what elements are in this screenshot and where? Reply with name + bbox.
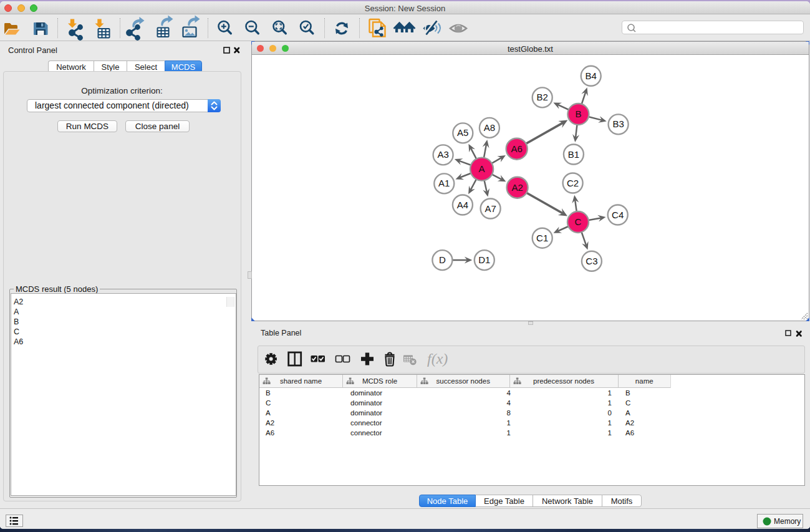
svg-text:B1: B1: [568, 148, 579, 159]
svg-text:A6: A6: [511, 143, 523, 153]
svg-text:D: D: [439, 254, 446, 265]
svg-text:D1: D1: [478, 254, 490, 265]
svg-text:A: A: [479, 163, 485, 174]
svg-text:A3: A3: [437, 149, 448, 160]
svg-text:C4: C4: [612, 209, 624, 220]
svg-text:A8: A8: [484, 122, 495, 132]
svg-text:C1: C1: [536, 232, 548, 243]
svg-text:B4: B4: [586, 70, 597, 80]
svg-text:B3: B3: [612, 118, 624, 129]
svg-text:A2: A2: [511, 181, 523, 192]
svg-text:A7: A7: [485, 203, 496, 213]
svg-text:C3: C3: [586, 255, 597, 266]
svg-text:C2: C2: [567, 177, 579, 188]
svg-text:B: B: [575, 109, 581, 119]
svg-text:f(x): f(x): [427, 351, 448, 367]
svg-text:B2: B2: [537, 92, 548, 102]
svg-text:C: C: [575, 216, 582, 227]
svg-text:A5: A5: [457, 127, 468, 138]
svg-text:A4: A4: [457, 199, 468, 210]
svg-text:A1: A1: [438, 178, 450, 188]
